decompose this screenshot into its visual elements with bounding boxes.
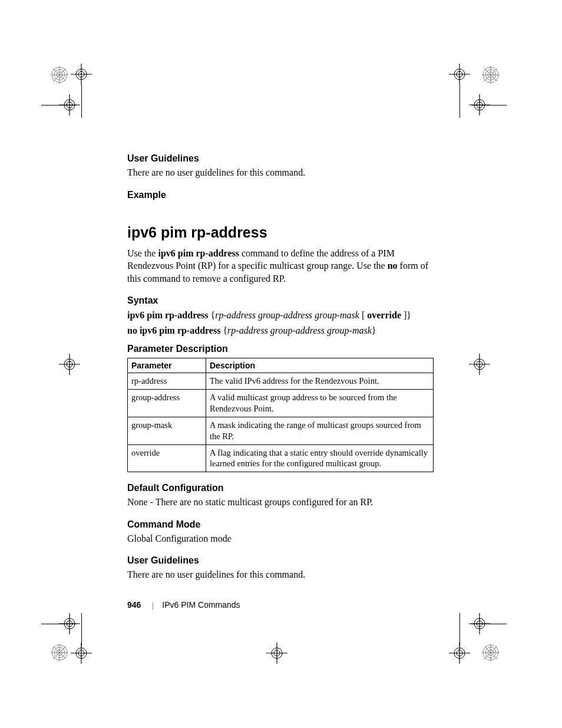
table-row: group-mask A mask indicating the range o… <box>128 417 434 444</box>
command-title: ipv6 pim rp-address <box>127 224 434 241</box>
svg-point-42 <box>76 648 87 658</box>
table-row: rp-address The valid IPv6 address for th… <box>128 373 434 390</box>
page-footer: 946 IPv6 PIM Commands <box>127 600 240 610</box>
command-mode-heading: Command Mode <box>127 519 434 530</box>
syntax-brace: } <box>372 325 376 335</box>
svg-point-67 <box>488 650 494 655</box>
table-row: override A flag indicating that a static… <box>128 444 434 472</box>
crop-mark-icon <box>81 85 82 118</box>
intro-text: Use the <box>127 248 158 258</box>
svg-line-5 <box>53 68 66 81</box>
table-header-description: Description <box>206 358 434 373</box>
default-config-heading: Default Configuration <box>127 483 434 493</box>
default-config-text: None - There are no static multicast gro… <box>127 496 434 509</box>
crop-mark-icon <box>81 613 82 646</box>
rosette-icon <box>51 644 68 661</box>
syntax-args: rp-address group-address group-mask <box>227 325 372 335</box>
rosette-icon <box>51 66 68 84</box>
svg-point-47 <box>54 647 65 658</box>
svg-line-52 <box>53 646 66 659</box>
crop-mark-icon <box>41 105 77 106</box>
syntax-line-1: ipv6 pim rp-address {rp-address group-ad… <box>127 308 434 322</box>
svg-point-54 <box>274 650 280 656</box>
svg-point-34 <box>474 359 485 370</box>
crop-mark-icon <box>459 613 460 646</box>
svg-point-65 <box>483 645 498 660</box>
svg-point-48 <box>57 650 62 655</box>
svg-line-24 <box>484 68 497 81</box>
crop-mark-icon <box>459 85 460 118</box>
svg-point-53 <box>272 648 282 658</box>
syntax-bracket: [ <box>359 310 367 320</box>
syntax-args: rp-address group-address group-mask <box>215 310 359 320</box>
example-heading: Example <box>127 190 434 200</box>
svg-line-51 <box>53 646 66 659</box>
svg-point-2 <box>57 72 62 78</box>
parameter-description-heading: Parameter Description <box>127 344 434 354</box>
content-area: User Guidelines There are no user guidel… <box>127 153 434 581</box>
svg-line-6 <box>53 68 66 81</box>
syntax-heading: Syntax <box>127 295 434 306</box>
svg-point-46 <box>52 645 67 660</box>
syntax-line-2: no ipv6 pim rp-address {rp-address group… <box>127 324 434 338</box>
registration-mark-icon <box>266 643 287 664</box>
param-name: group-mask <box>128 417 206 444</box>
rosette-icon <box>482 644 500 661</box>
svg-point-43 <box>78 650 84 656</box>
user-guidelines-heading: User Guidelines <box>127 153 434 164</box>
user-guidelines-text: There are no user guidelines for this co… <box>127 166 434 179</box>
command-intro: Use the ipv6 pim rp-address command to d… <box>127 247 434 285</box>
crop-mark-icon <box>41 624 77 624</box>
svg-point-21 <box>488 72 494 78</box>
svg-line-71 <box>484 646 497 659</box>
svg-point-15 <box>454 69 465 80</box>
crop-mark-icon <box>471 105 507 106</box>
svg-point-19 <box>483 67 498 83</box>
registration-mark-icon <box>59 354 80 375</box>
svg-line-25 <box>484 68 497 81</box>
svg-point-30 <box>64 359 75 370</box>
param-name: group-address <box>128 390 206 417</box>
param-desc: A mask indicating the range of multicast… <box>206 417 434 444</box>
svg-point-8 <box>78 71 84 77</box>
svg-point-61 <box>454 648 465 658</box>
svg-point-20 <box>485 70 496 80</box>
registration-mark-icon <box>469 354 490 375</box>
registration-mark-icon <box>449 64 470 85</box>
user-guidelines-heading-2: User Guidelines <box>127 555 434 566</box>
svg-point-66 <box>485 647 496 658</box>
page-number: 946 <box>127 600 141 610</box>
svg-point-0 <box>52 67 67 83</box>
command-mode-text: Global Configuration mode <box>127 532 434 545</box>
table-header-row: Parameter Description <box>128 358 434 373</box>
svg-point-1 <box>54 70 65 80</box>
intro-no-keyword: no <box>388 261 398 271</box>
syntax-no-command: no ipv6 pim rp-address <box>127 325 220 335</box>
param-desc: A valid multicast group address to be so… <box>206 390 434 417</box>
param-desc: The valid IPv6 address for the Rendezvou… <box>206 373 434 390</box>
footer-separator-icon <box>153 602 153 610</box>
syntax-brace: { <box>223 325 227 335</box>
svg-line-70 <box>484 646 497 659</box>
param-name: rp-address <box>128 373 206 390</box>
svg-point-62 <box>457 650 462 656</box>
registration-mark-icon <box>71 64 92 85</box>
intro-command-name: ipv6 pim rp-address <box>158 248 239 258</box>
svg-point-35 <box>477 361 482 367</box>
user-guidelines-text-2: There are no user guidelines for this co… <box>127 568 434 581</box>
chapter-name: IPv6 PIM Commands <box>162 600 240 610</box>
syntax-bracket: ]} <box>401 310 411 320</box>
page: User Guidelines There are no user guidel… <box>0 0 562 728</box>
syntax-command: ipv6 pim rp-address <box>127 310 209 320</box>
table-row: group-address A valid multicast group ad… <box>128 390 434 417</box>
svg-point-31 <box>67 361 72 367</box>
table-header-parameter: Parameter <box>128 358 206 373</box>
param-name: override <box>128 444 206 472</box>
crop-mark-icon <box>471 624 507 624</box>
svg-point-16 <box>457 71 462 77</box>
rosette-icon <box>482 66 500 84</box>
parameter-table: Parameter Description rp-address The val… <box>127 358 434 472</box>
param-desc: A flag indicating that a static entry sh… <box>206 444 434 472</box>
syntax-override: override <box>367 310 401 320</box>
svg-point-7 <box>76 69 87 80</box>
